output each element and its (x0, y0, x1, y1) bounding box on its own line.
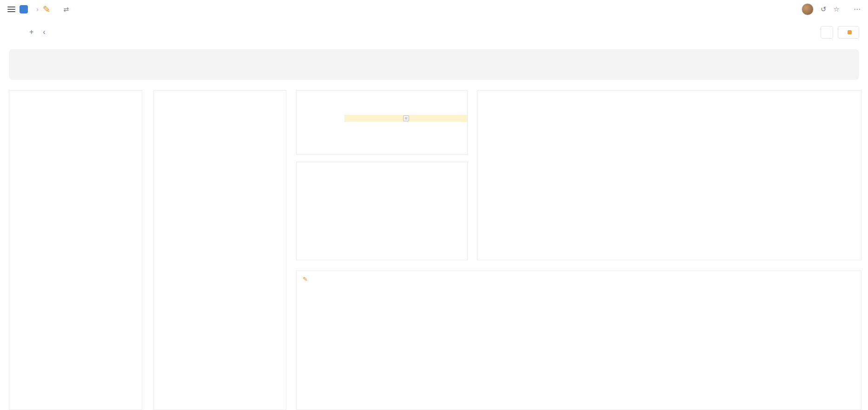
validation-panel (296, 90, 468, 155)
star-icon[interactable]: ☆ (834, 5, 840, 13)
filter-bar: + ‹ (0, 20, 868, 45)
pencil-icon: ✎ (303, 276, 308, 282)
forecast-table-title-row: ✎ (297, 271, 861, 285)
filterbar-right (821, 26, 859, 39)
more-icon[interactable]: ⋯ (854, 5, 861, 13)
validation-checkbox[interactable] (403, 115, 409, 121)
validation-row (297, 115, 467, 122)
avatar[interactable] (802, 3, 814, 15)
topbar: › ✎ ⇄ ↺ ☆ ⋯ (0, 0, 868, 19)
swap-arrows-icon[interactable]: ⇄ (63, 6, 69, 13)
add-filter-button[interactable]: + (28, 28, 35, 36)
forecast-table-panel: ✎ (296, 271, 861, 410)
sales-chart-title-row (477, 91, 861, 99)
menu-icon[interactable] (7, 7, 15, 12)
sales-chart-panel (477, 90, 861, 260)
unit-selector[interactable] (821, 26, 833, 39)
validation-state-panel (296, 162, 468, 260)
app-root: › ✎ ⇄ ↺ ☆ ⋯ + ‹ (0, 0, 868, 410)
scenario-color-icon (848, 30, 852, 34)
validation-band (345, 115, 467, 122)
info-banner (9, 49, 859, 80)
category-panel (9, 90, 142, 410)
collapse-filters-button[interactable]: ‹ (41, 28, 46, 36)
breadcrumb-separator-icon: › (36, 6, 39, 13)
workspace-badge[interactable] (20, 5, 28, 13)
history-icon[interactable]: ↺ (821, 5, 827, 13)
topbar-right: ↺ ☆ ⋯ (795, 3, 861, 15)
sales-chart[interactable] (483, 99, 855, 236)
validation-pie-chart[interactable] (297, 170, 468, 245)
validation-state-title-row (297, 162, 467, 170)
pencil-logo-icon: ✎ (43, 5, 51, 14)
scenario-selector[interactable] (838, 26, 859, 39)
client-group-panel (153, 90, 286, 410)
